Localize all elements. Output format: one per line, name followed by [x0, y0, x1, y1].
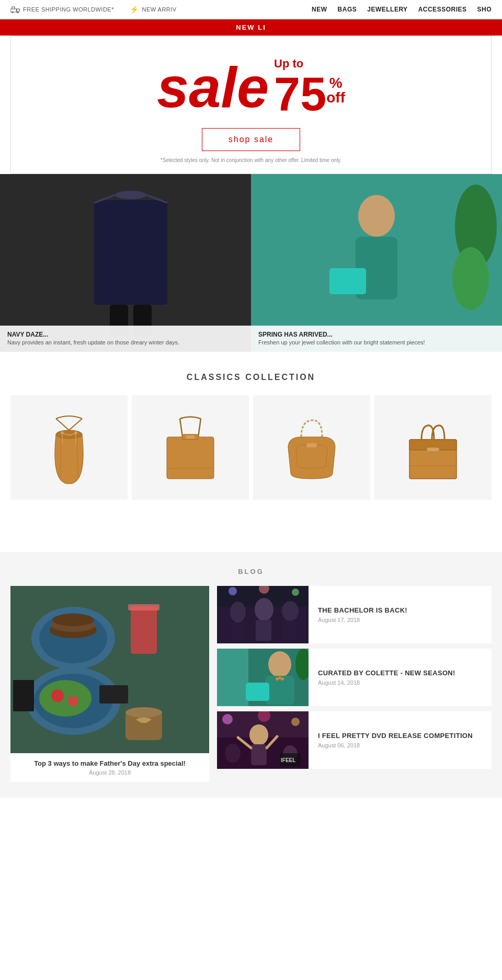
spacer [0, 521, 502, 552]
blog-section: BLOG [0, 552, 502, 798]
promo-spring-image [251, 174, 502, 352]
blog-item-2[interactable]: IFEEL I FEEL PRETTY DVD RELEASE COMPETIT… [217, 711, 492, 769]
classics-section: CLASSICS COLLECTION [0, 352, 502, 521]
promo-navy-title: NAVY DAZE... [7, 331, 244, 338]
free-shipping-promo: FREE SHIPPING WORLDWIDE* [10, 5, 114, 14]
svg-rect-30 [186, 435, 195, 439]
sale-percent-block: Up to 75 % off [274, 57, 345, 118]
classics-item-3[interactable] [374, 395, 492, 500]
colette-image-svg [217, 649, 309, 706]
blog-main-date: August 28, 2018 [17, 769, 203, 776]
blog-section-title: BLOG [0, 568, 502, 575]
banner-text: NEW LI [236, 24, 266, 31]
promo-navy[interactable]: NAVY DAZE... Navy provides an instant, f… [0, 174, 251, 352]
svg-point-73 [281, 677, 284, 681]
promo-spring[interactable]: SPRING HAS ARRIVED... Freshen up your je… [251, 174, 502, 352]
blog-main-image [10, 586, 209, 753]
bag-bucket-visual [16, 406, 122, 489]
nav-jewellery[interactable]: JEWELLERY [367, 6, 407, 13]
blog-item-2-date: August 06, 2018 [318, 742, 487, 748]
svg-point-83 [225, 744, 241, 763]
svg-line-28 [198, 419, 201, 437]
sale-word: sale [157, 59, 269, 116]
shop-sale-button[interactable]: shop sale [202, 128, 301, 151]
classics-title: CLASSICS COLLECTION [10, 373, 492, 382]
svg-point-62 [229, 587, 237, 595]
new-arrivals-text: NEW ARRIV [142, 6, 176, 13]
top-bar: FREE SHIPPING WORLDWIDE* ⚡ NEW ARRIV NEW… [0, 0, 502, 19]
blog-item-2-image: IFEEL [217, 711, 309, 769]
blog-item-0[interactable]: The Bachelor is back! August 17, 2018 [217, 586, 492, 643]
ship-icon [10, 6, 20, 13]
bolt-icon: ⚡ [130, 5, 139, 14]
promo-spring-caption: SPRING HAS ARRIVED... Freshen up your je… [251, 326, 502, 352]
bag-structured-svg [402, 411, 464, 484]
svg-point-49 [68, 696, 78, 706]
promo-grid: NAVY DAZE... Navy provides an instant, f… [0, 174, 502, 352]
blog-item-1-text: Curated by Colette - New Season! August … [314, 665, 492, 690]
bag-tote-visual [138, 406, 243, 489]
svg-text:IFEEL: IFEEL [281, 757, 295, 763]
svg-point-76 [249, 724, 268, 745]
new-arrivals-promo: ⚡ NEW ARRIV [130, 5, 177, 14]
promo-navy-image [0, 174, 251, 352]
blog-item-0-date: August 17, 2018 [318, 617, 487, 623]
blog-item-0-text: The Bachelor is back! August 17, 2018 [314, 602, 492, 627]
bachelor-image-svg [217, 586, 309, 643]
svg-rect-14 [329, 268, 366, 294]
sale-percent: % [326, 76, 345, 90]
svg-point-58 [255, 598, 273, 621]
svg-point-48 [51, 689, 64, 702]
sale-disclaimer: *Selected styles only. Not in conjunctio… [21, 157, 481, 163]
classics-item-2[interactable] [253, 395, 370, 500]
svg-rect-69 [246, 683, 269, 701]
sale-percent-off: % off [326, 76, 345, 105]
blog-item-0-image [217, 586, 309, 643]
svg-rect-77 [251, 744, 267, 765]
svg-rect-35 [427, 447, 439, 452]
free-shipping-text: FREE SHIPPING WORLDWIDE* [23, 6, 114, 13]
promo-navy-desc: Navy provides an instant, fresh update o… [7, 339, 244, 345]
svg-point-80 [222, 714, 233, 724]
bag-chain-visual [259, 406, 364, 489]
top-bar-promos: FREE SHIPPING WORLDWIDE* ⚡ NEW ARRIV [0, 5, 312, 14]
blog-item-1[interactable]: Curated by Colette - New Season! August … [217, 649, 492, 706]
blog-item-2-title: I FEEL PRETTY DVD RELEASE COMPETITION [318, 732, 487, 740]
svg-rect-32 [306, 443, 317, 447]
promo-spring-title: SPRING HAS ARRIVED... [258, 331, 495, 338]
classics-item-1[interactable] [132, 395, 249, 500]
blog-item-1-image [217, 649, 309, 706]
bag-structured-visual [380, 406, 486, 489]
bag-tote-svg [159, 411, 222, 484]
svg-rect-59 [256, 620, 271, 641]
svg-point-60 [282, 601, 299, 621]
promo-navy-caption: NAVY DAZE... Navy provides an instant, f… [0, 326, 251, 352]
svg-rect-37 [10, 586, 209, 753]
svg-rect-26 [167, 437, 214, 479]
nav-shoes[interactable]: SHO [477, 6, 492, 13]
classics-item-0[interactable] [10, 395, 128, 500]
new-lines-banner: NEW LI [0, 19, 502, 36]
sale-number-group: 75 % off [274, 71, 345, 118]
blog-item-2-text: I FEEL PRETTY DVD RELEASE COMPETITION Au… [314, 728, 492, 753]
blog-item-1-title: Curated by Colette - New Season! [318, 669, 487, 677]
main-nav: NEW BAGS JEWELLERY ACCESSORIES SHO [312, 6, 502, 13]
nav-new[interactable]: NEW [312, 6, 327, 13]
svg-rect-44 [128, 604, 159, 610]
svg-point-64 [292, 589, 299, 596]
svg-rect-53 [13, 680, 34, 711]
nav-bags[interactable]: BAGS [338, 6, 357, 13]
sale-number: 75 [274, 71, 326, 118]
svg-rect-5 [94, 200, 167, 305]
blog-main-post[interactable]: Top 3 ways to make Father's Day extra sp… [10, 586, 209, 782]
promo-spring-desc: Freshen up your jewel collection with ou… [258, 339, 495, 345]
svg-rect-43 [131, 607, 157, 654]
bag-chain-svg [278, 411, 346, 484]
svg-point-51 [126, 707, 162, 718]
svg-rect-57 [232, 622, 244, 641]
blog-item-1-date: August 14, 2018 [318, 679, 487, 686]
sale-headline: sale Up to 75 % off [21, 57, 481, 118]
svg-rect-0 [10, 9, 17, 12]
spring-image-svg [251, 174, 502, 352]
nav-accessories[interactable]: ACCESSORIES [418, 6, 467, 13]
